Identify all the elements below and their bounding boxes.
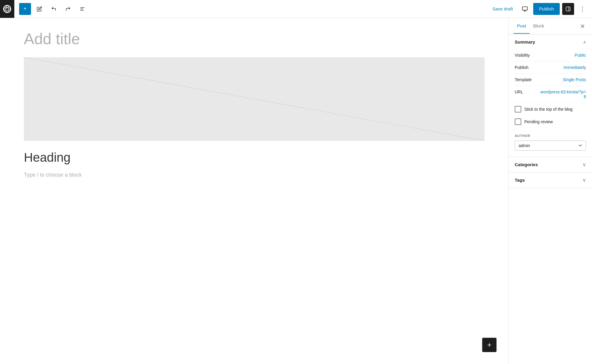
author-select[interactable]: admin [515, 141, 586, 151]
summary-panel-header[interactable]: Summary ∧ [509, 35, 592, 49]
pending-review-checkbox[interactable] [515, 118, 521, 125]
redo-icon [65, 6, 71, 12]
tags-chevron-icon: ∨ [582, 177, 586, 183]
wp-logo-icon [2, 4, 12, 14]
categories-chevron-icon: ∨ [582, 162, 586, 167]
stick-top-label: Stick to the top of the blog [524, 107, 573, 112]
main-layout: Add title Heading Type / to choose a blo… [0, 18, 592, 364]
pending-review-row: Pending review [515, 115, 586, 128]
author-section-label: AUTHOR [515, 134, 586, 138]
add-block-fab-icon: + [487, 341, 491, 349]
add-block-topbar-button[interactable]: + [19, 3, 31, 15]
save-draft-button[interactable]: Save draft [489, 4, 516, 14]
template-label: Template [515, 77, 532, 82]
summary-panel: Summary ∧ Visibility Public Publish Imme… [509, 35, 592, 157]
visibility-row: Visibility Public [515, 49, 586, 61]
tab-block[interactable]: Block [530, 18, 548, 34]
more-options-button[interactable]: ⋮ [576, 3, 588, 15]
summary-panel-title: Summary [515, 39, 535, 44]
image-placeholder-graphic [24, 57, 485, 141]
summary-panel-body: Visibility Public Publish Immediately Te… [509, 49, 592, 134]
publish-time-label: Publish [515, 65, 528, 70]
redo-button[interactable] [62, 3, 74, 15]
categories-panel-header[interactable]: Categories ∨ [509, 157, 592, 172]
summary-chevron-icon: ∧ [583, 40, 586, 44]
post-title-input[interactable]: Add title [24, 30, 485, 48]
wordpress-logo[interactable] [0, 0, 14, 18]
ellipsis-icon: ⋮ [579, 5, 585, 13]
paragraph-block[interactable]: Type / to choose a block [24, 172, 485, 178]
edit-tool-button[interactable] [33, 3, 45, 15]
svg-point-2 [4, 7, 10, 10]
svg-point-1 [6, 6, 9, 12]
editor-area: Add title Heading Type / to choose a blo… [0, 18, 508, 364]
settings-sidebar-toggle-button[interactable] [562, 3, 574, 15]
add-block-fab-button[interactable]: + [482, 338, 497, 352]
pencil-icon [37, 6, 42, 12]
template-value[interactable]: Single Posts [563, 77, 586, 82]
url-row: URL wordpress-63.kinsta/?p=8 [515, 86, 586, 103]
pending-review-label: Pending review [524, 119, 553, 124]
heading-block[interactable]: Heading [24, 150, 485, 165]
svg-rect-6 [522, 7, 527, 10]
undo-button[interactable] [48, 3, 60, 15]
author-section: AUTHOR admin [509, 134, 592, 157]
url-label: URL [515, 90, 523, 94]
tags-panel-header[interactable]: Tags ∨ [509, 172, 592, 188]
sidebar-tabs: Post Block ✕ [509, 18, 592, 35]
visibility-label: Visibility [515, 53, 530, 58]
settings-sidebar-icon [565, 6, 571, 12]
list-view-icon [80, 6, 85, 12]
svg-point-0 [4, 5, 11, 12]
stick-top-row: Stick to the top of the blog [515, 103, 586, 115]
template-row: Template Single Posts [515, 74, 586, 86]
image-block[interactable] [24, 57, 485, 141]
plus-icon: + [24, 6, 27, 12]
visibility-value[interactable]: Public [575, 53, 586, 58]
svg-rect-9 [566, 7, 570, 11]
close-icon: ✕ [580, 23, 585, 30]
tags-panel-title: Tags [515, 178, 525, 183]
undo-icon [51, 6, 56, 12]
preview-button[interactable] [519, 3, 531, 15]
settings-sidebar: Post Block ✕ Summary ∧ Visibility Public… [508, 18, 592, 364]
publish-button[interactable]: Publish [533, 3, 560, 15]
publish-time-value[interactable]: Immediately [564, 65, 586, 70]
url-value[interactable]: wordpress-63.kinsta/?p=8 [538, 90, 586, 99]
stick-top-checkbox[interactable] [515, 106, 521, 112]
topbar: + Save draft Publi [0, 0, 592, 18]
categories-panel-title: Categories [515, 162, 538, 167]
preview-icon [522, 6, 528, 12]
publish-time-row: Publish Immediately [515, 61, 586, 74]
document-overview-button[interactable] [76, 3, 88, 15]
sidebar-close-button[interactable]: ✕ [578, 21, 587, 31]
tab-post[interactable]: Post [514, 18, 530, 34]
